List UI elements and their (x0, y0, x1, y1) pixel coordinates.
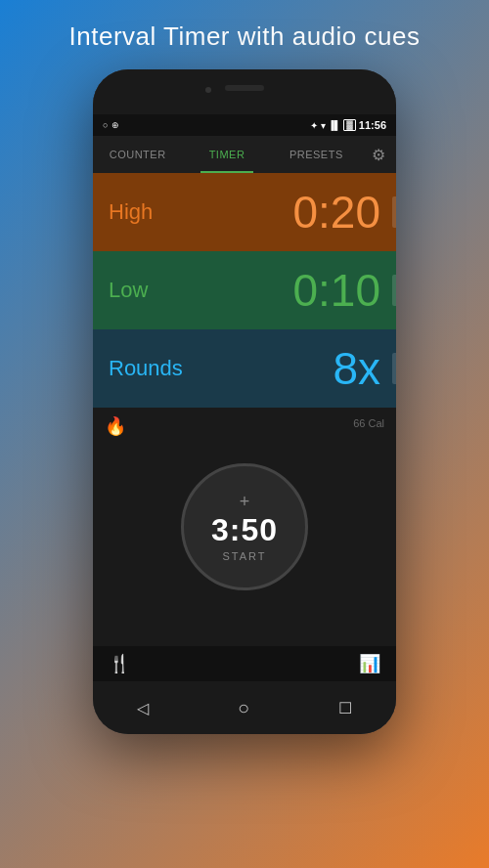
settings-gear-icon[interactable]: ⚙ (361, 146, 396, 164)
status-icons-right: ✦ ▾ ▐▌ ▓ 11:56 (310, 119, 386, 131)
bluetooth-icon: ✦ (310, 120, 318, 131)
low-value: 0:10 (292, 264, 380, 317)
row-thumb-rounds (392, 353, 396, 384)
battery-icon: ▓ (343, 119, 356, 131)
screen-content: High 0:20 Low 0:10 Rounds 8x 🔥 66 Cal + … (93, 173, 396, 681)
row-thumb-low (392, 275, 396, 306)
location-icon: ○ (103, 120, 108, 130)
wifi-icon: ▾ (321, 120, 326, 131)
low-interval-row[interactable]: Low 0:10 (93, 251, 396, 329)
tab-presets[interactable]: PRESETS (272, 136, 361, 173)
rounds-value: 8x (333, 342, 380, 395)
row-thumb-high (392, 196, 396, 228)
bottom-section: 🔥 66 Cal + 3:50 START (93, 408, 396, 646)
phone-speaker (225, 85, 264, 91)
tab-timer[interactable]: TIMER (182, 136, 271, 173)
status-time: 11:56 (359, 119, 386, 131)
phone-shell: ○ ⊕ ✦ ▾ ▐▌ ▓ 11:56 COUNTER TIMER PRESETS… (93, 69, 396, 734)
back-button[interactable] (137, 698, 149, 718)
bottom-icon-bar: 🍴 📊 (93, 646, 396, 681)
phone-top-bezel (93, 69, 396, 114)
timer-circle[interactable]: + 3:50 START (181, 463, 308, 590)
signal-icon: ▐▌ (329, 120, 341, 130)
high-label: High (109, 199, 153, 225)
timer-plus-icon: + (240, 493, 250, 510)
tab-counter[interactable]: COUNTER (93, 136, 182, 173)
nav-tabs: COUNTER TIMER PRESETS ⚙ (93, 136, 396, 173)
rounds-label: Rounds (109, 356, 183, 381)
rounds-row[interactable]: Rounds 8x (93, 329, 396, 408)
status-bar: ○ ⊕ ✦ ▾ ▐▌ ▓ 11:56 (93, 114, 396, 136)
phone-camera (205, 87, 211, 93)
page-header: Interval Timer with audio cues (0, 0, 489, 69)
timer-start-label: START (222, 550, 266, 562)
calories-label: 66 Cal (353, 417, 384, 429)
low-label: Low (109, 278, 148, 303)
home-button[interactable] (238, 697, 249, 719)
high-interval-row[interactable]: High 0:20 (93, 173, 396, 251)
stats-icon[interactable]: 📊 (359, 653, 380, 674)
recents-button[interactable] (338, 698, 352, 718)
timer-display: 3:50 (211, 512, 278, 548)
high-value: 0:20 (292, 186, 380, 239)
status-icons-left: ○ ⊕ (103, 120, 119, 130)
flame-icon: 🔥 (105, 415, 126, 437)
phone-bottom-nav (93, 681, 396, 734)
notification-icon: ⊕ (111, 120, 119, 130)
food-icon[interactable]: 🍴 (109, 653, 130, 674)
